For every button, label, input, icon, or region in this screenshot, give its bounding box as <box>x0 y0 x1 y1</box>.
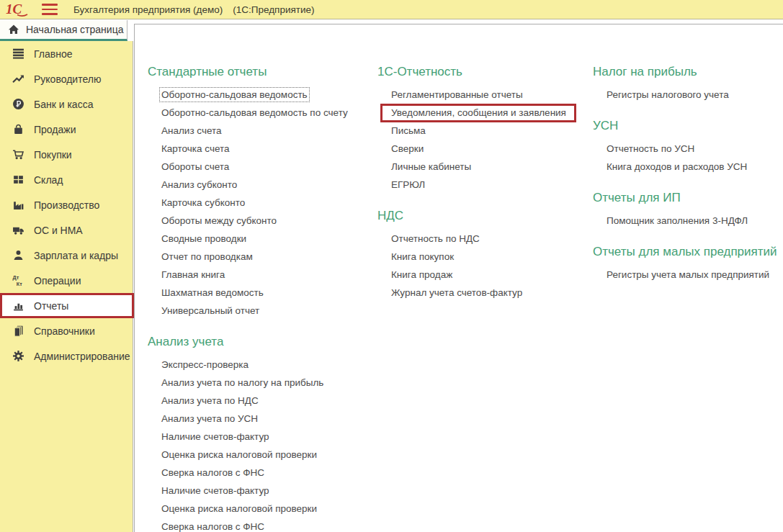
list-item: Анализ субконто <box>161 176 371 194</box>
list-item: Сверки <box>391 140 586 158</box>
app-window: 1С Бухгалтерия предприятия (демо) (1С:Пр… <box>0 0 783 532</box>
report-link[interactable]: Оценка риска налоговой проверки <box>161 449 317 460</box>
sidebar-item-label: Банк и касса <box>34 99 93 110</box>
list-item: Анализ счета <box>161 122 371 140</box>
report-link[interactable]: Экспресс-проверка <box>161 359 249 370</box>
report-link[interactable]: Сверка налогов с ФНС <box>161 521 264 532</box>
report-link[interactable]: Письма <box>391 125 426 136</box>
report-link[interactable]: ЕГРЮЛ <box>391 179 425 190</box>
report-link-list: Регистры налогового учета <box>593 86 780 104</box>
list-item: Сверка налогов с ФНС <box>161 518 371 532</box>
sidebar-item-label: ОС и НМА <box>34 225 83 236</box>
report-link[interactable]: Оборотно-сальдовая ведомость по счету <box>161 107 348 118</box>
sidebar-item-10-active[interactable]: Отчеты <box>0 293 134 318</box>
report-link-list: Отчетность по НДСКнига покупокКнига прод… <box>377 230 586 302</box>
main-menu-hamburger-icon[interactable] <box>42 4 58 15</box>
list-item: Письма <box>391 122 586 140</box>
list-item: Анализ учета по УСН <box>161 410 371 428</box>
report-link[interactable]: Сверка налогов с ФНС <box>161 467 264 478</box>
sidebar-item-label: Склад <box>34 174 63 186</box>
sidebar-item-3[interactable]: Продажи <box>0 117 133 142</box>
report-link[interactable]: Анализ субконто <box>161 179 237 190</box>
sidebar-item-8[interactable]: Зарплата и кадры <box>0 243 133 268</box>
sidebar-item-0[interactable]: Главное <box>0 41 133 66</box>
report-link[interactable]: Шахматная ведомость <box>161 287 264 298</box>
sidebar-item-7[interactable]: ОС и НМА <box>0 217 133 243</box>
report-link-list: Экспресс-проверкаАнализ учета по налогу … <box>148 356 371 532</box>
report-link-focused[interactable]: Оборотно-сальдовая ведомость <box>161 89 308 100</box>
report-link[interactable]: Регистры налогового учета <box>607 89 729 100</box>
report-link[interactable]: Оценка риска налоговой проверки <box>161 503 317 514</box>
sidebar-item-label: Администрирование <box>34 351 130 362</box>
report-link[interactable]: Личные кабинеты <box>391 161 471 172</box>
sidebar-item-9[interactable]: ДтКтОперации <box>0 268 133 293</box>
dtkt-icon: ДтКт <box>12 274 24 287</box>
list-item: Личные кабинеты <box>391 158 586 176</box>
list-item: Отчетность по НДС <box>391 230 586 248</box>
sidebar-item-label: Операции <box>34 275 81 287</box>
sidebar-item-label: Покупки <box>34 149 72 161</box>
sidebar-item-4[interactable]: Покупки <box>0 142 133 167</box>
sidebar-item-label: Отчеты <box>34 300 68 312</box>
list-item: Оборотно-сальдовая ведомость по счету <box>161 104 371 122</box>
app-label: (1С:Предприятие) <box>233 4 314 15</box>
cart-icon <box>12 148 24 161</box>
reports-panel: Стандартные отчетыОборотно-сальдовая вед… <box>134 24 783 532</box>
home-icon <box>8 24 19 35</box>
report-link[interactable]: Анализ учета по НДС <box>161 395 259 406</box>
sidebar-item-label: Руководителю <box>34 73 101 85</box>
report-link[interactable]: Книга доходов и расходов УСН <box>607 161 747 172</box>
report-link[interactable]: Отчет по проводкам <box>161 251 253 262</box>
report-link[interactable]: Сверки <box>391 143 424 154</box>
barchart-icon <box>12 299 24 312</box>
report-link[interactable]: Отчетность по НДС <box>391 233 480 244</box>
sidebar-item-2[interactable]: Банк и касса <box>0 91 133 117</box>
section-sidebar: ГлавноеРуководителюБанк и кассаПродажиПо… <box>0 41 133 532</box>
report-link[interactable]: Наличие счетов-фактур <box>161 431 269 442</box>
report-link[interactable]: Книга продаж <box>391 269 452 280</box>
list-item: Оценка риска налоговой проверки <box>161 500 371 518</box>
sidebar-item-5[interactable]: Склад <box>0 167 133 192</box>
report-link[interactable]: Главная книга <box>161 269 225 280</box>
sidebar-item-label: Зарплата и кадры <box>34 250 118 261</box>
sidebar-item-1[interactable]: Руководителю <box>0 66 133 91</box>
report-link[interactable]: Анализ учета по УСН <box>161 413 258 424</box>
list-item: Сверка налогов с ФНС <box>161 464 371 482</box>
sidebar-item-12[interactable]: Администрирование <box>0 343 133 369</box>
section-title: 1С-Отчетность <box>377 64 586 80</box>
sidebar-item-label: Главное <box>34 48 73 60</box>
report-link[interactable]: Отчетность по УСН <box>607 143 694 154</box>
report-link[interactable]: Журнал учета счетов-фактур <box>391 287 522 298</box>
tab-home-page[interactable]: Начальная страница <box>0 20 127 41</box>
report-link[interactable]: Анализ учета по налогу на прибыль <box>161 377 323 388</box>
reports-column-3: Налог на прибыльРегистры налогового учет… <box>593 24 780 284</box>
report-link[interactable]: Обороты между субконто <box>161 215 277 226</box>
sidebar-item-label: Продажи <box>34 124 76 135</box>
report-link-highlighted[interactable]: Уведомления, сообщения и заявления <box>380 104 576 122</box>
list-item: Анализ учета по налогу на прибыль <box>161 374 371 392</box>
report-link[interactable]: Регламентированные отчеты <box>391 89 523 100</box>
report-link[interactable]: Сводные проводки <box>161 233 246 244</box>
1c-logo-icon: 1С <box>6 1 32 17</box>
books-icon <box>12 325 24 337</box>
report-link[interactable]: Анализ счета <box>161 125 222 136</box>
report-link[interactable]: Универсальный отчет <box>161 305 259 316</box>
sidebar-item-6[interactable]: Производство <box>0 192 133 217</box>
list-item: Регламентированные отчеты <box>391 86 586 104</box>
svg-text:Дт: Дт <box>13 274 19 281</box>
report-link[interactable]: Карточка счета <box>161 143 230 154</box>
ruble-icon <box>12 98 24 110</box>
report-link[interactable]: Карточка субконто <box>161 197 245 208</box>
report-link[interactable]: Книга покупок <box>391 251 454 262</box>
sidebar-item-11[interactable]: Справочники <box>0 318 133 343</box>
list-item: Оборотно-сальдовая ведомость <box>161 86 371 104</box>
reports-column-1: Стандартные отчетыОборотно-сальдовая вед… <box>148 24 371 532</box>
report-link[interactable]: Регистры учета малых предприятий <box>607 269 769 280</box>
list-item: Обороты между субконто <box>161 212 371 230</box>
grid-icon <box>12 173 24 186</box>
sidebar-item-label: Производство <box>34 199 99 211</box>
report-link[interactable]: Наличие счетов-фактур <box>161 485 269 496</box>
report-link[interactable]: Обороты счета <box>161 161 229 172</box>
list-item: Книга продаж <box>391 266 586 284</box>
report-link[interactable]: Помощник заполнения 3-НДФЛ <box>607 215 748 226</box>
